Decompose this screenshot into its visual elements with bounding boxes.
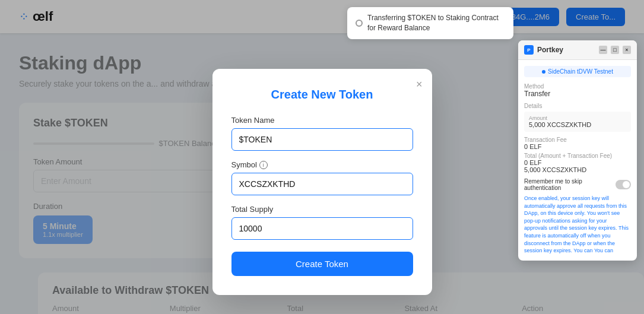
modal-title: Create New Token (231, 88, 413, 102)
symbol-label: Symbol (231, 160, 257, 169)
remember-text: Remember me to skip authentication (524, 178, 616, 191)
portkey-logo-icon: P (524, 45, 534, 55)
portkey-close-button[interactable]: × (623, 46, 631, 54)
details-box: Amount 5,000 XCCSZXKTHD (524, 112, 631, 132)
portkey-name: Portkey (537, 46, 563, 54)
total-elf-value: 0 ELF (524, 159, 631, 166)
token-name-label: Token Name (231, 116, 413, 125)
total-supply-label: Total Supply (231, 205, 413, 214)
portkey-body: SideChain tDVW Testnet Method Transfer D… (518, 60, 637, 261)
portkey-panel: P Portkey — □ × SideChain tDVW Testnet M… (518, 40, 637, 261)
remember-row: Remember me to skip authentication (524, 178, 631, 191)
amount-key: Amount (529, 115, 626, 121)
remember-toggle[interactable] (616, 180, 631, 189)
total-key: Total (Amount + Transaction Fee) (524, 153, 631, 159)
create-token-button[interactable]: Create Token (231, 252, 413, 276)
notification-banner: Transferring $TOKEN to Staking Contract … (347, 7, 513, 39)
symbol-input[interactable] (231, 173, 413, 195)
notification-icon (356, 20, 363, 27)
modal-close-button[interactable]: × (416, 78, 423, 91)
notification-text: Transferring $TOKEN to Staking Contract … (367, 13, 505, 33)
symbol-row: Symbol i (231, 160, 413, 169)
total-row: Total (Amount + Transaction Fee) 0 ELF 5… (524, 153, 631, 173)
total-token-value: 5,000 XCCSZXKTHD (524, 166, 631, 173)
method-value: Transfer (524, 90, 631, 98)
portkey-minimize-button[interactable]: — (599, 46, 607, 54)
create-token-modal: Create New Token × Token Name Symbol i T… (212, 69, 432, 295)
fee-value: 0 ELF (524, 143, 631, 150)
network-badge: SideChain tDVW Testnet (524, 66, 631, 77)
method-key: Method (524, 83, 631, 90)
info-icon: i (259, 161, 268, 169)
portkey-title-row: P Portkey (524, 45, 563, 55)
total-supply-input[interactable] (231, 217, 413, 240)
portkey-controls: — □ × (599, 46, 631, 54)
token-name-input[interactable] (231, 128, 413, 151)
network-label: SideChain tDVW Testnet (548, 68, 613, 75)
session-description: Once enabled, your session key will auto… (524, 195, 631, 255)
details-key: Details (524, 103, 631, 109)
details-section: Details Amount 5,000 XCCSZXKTHD (524, 103, 631, 132)
portkey-header: P Portkey — □ × (518, 40, 637, 60)
method-row: Method Transfer (524, 83, 631, 98)
toggle-knob (623, 181, 630, 188)
network-dot-icon (542, 70, 545, 74)
fee-key: Transaction Fee (524, 137, 631, 143)
amount-value: 5,000 XCCSZXKTHD (529, 121, 626, 128)
fee-row: Transaction Fee 0 ELF (524, 137, 631, 150)
portkey-maximize-button[interactable]: □ (611, 46, 619, 54)
